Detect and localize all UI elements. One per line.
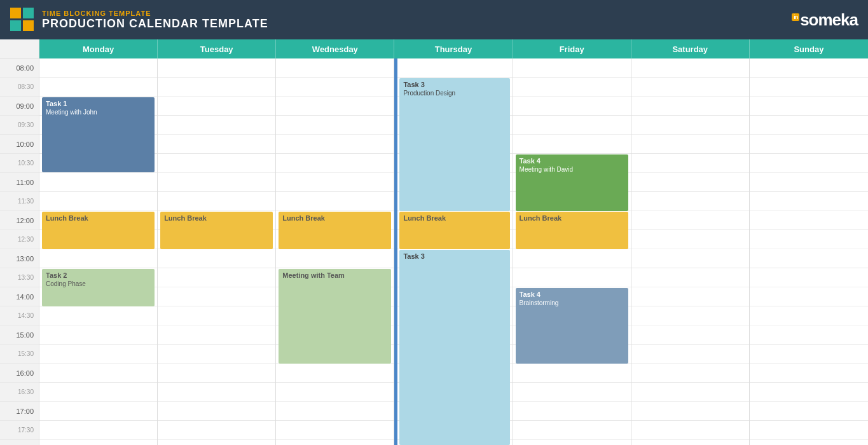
day-col-friday: Task 4 Meeting with David Lunch Break Ta… [513,58,631,445]
event-subtitle: Meeting with John [46,109,151,116]
event-title: Lunch Break [520,214,624,222]
day-header-thursday: Thursday [394,39,513,58]
time-slot-1430: 14:30 [0,306,39,325]
event-title: Lunch Break [46,214,151,222]
event-subtitle: Meeting with David [520,166,624,173]
day-col-monday: Task 1 Meeting with John Lunch Break Tas… [39,58,158,445]
day-col-saturday [631,58,750,445]
event-subtitle: Production Design [403,90,506,97]
event-title: Task 2 [46,271,151,279]
thursday-strip [394,58,397,445]
event-wednesday-meeting: Meeting with Team [279,269,391,364]
header-subtitle: TIME BLOCKING TEMPLATE [42,10,268,17]
day-header-tuesday: Tuesday [158,39,276,58]
time-slot-1300: 13:00 [0,249,39,268]
brand-logo: insomeka [792,10,858,30]
header-left: TIME BLOCKING TEMPLATE PRODUCTION CALEND… [10,8,268,32]
calendar-body: Task 1 Meeting with John Lunch Break Tas… [39,58,868,445]
svg-rect-2 [10,20,21,31]
event-thursday-task3-bottom: Task 3 [399,250,509,445]
event-subtitle: Coding Phase [46,280,151,287]
event-monday-task1: Task 1 Meeting with John [42,97,155,172]
time-column: 08:00 08:30 09:00 09:30 10:00 10:30 11:0… [0,39,39,445]
time-slot-1330: 13:30 [0,268,39,287]
event-title: Task 3 [403,252,506,260]
event-friday-task4-bottom: Task 4 Brainstorming [516,288,628,364]
event-thursday-lunch: Lunch Break [399,212,509,249]
event-title: Lunch Break [282,214,387,222]
event-title: Task 4 [520,157,624,165]
days-grid: Monday Tuesday Wednesday Thursday Friday… [39,39,868,445]
day-header-wednesday: Wednesday [276,39,394,58]
event-thursday-task3-top: Task 3 Production Design [399,78,509,211]
time-slot-1200: 12:00 [0,211,39,230]
day-header-friday: Friday [513,39,631,58]
time-slot-0930: 09:30 [0,116,39,135]
time-slot-1630: 16:30 [0,383,39,402]
logo-icon [10,8,34,32]
day-col-thursday: Task 3 Production Design Lunch Break Tas… [394,58,513,445]
time-slot-1030: 10:30 [0,154,39,173]
time-slot-1230: 12:30 [0,230,39,249]
event-title: Lunch Break [403,214,506,222]
day-header-monday: Monday [39,39,158,58]
time-slot-0800: 08:00 [0,58,39,78]
day-col-wednesday: Lunch Break Meeting with Team [276,58,394,445]
days-header: Monday Tuesday Wednesday Thursday Friday… [39,39,868,58]
event-tuesday-lunch: Lunch Break [160,212,273,249]
svg-rect-3 [23,20,34,31]
day-header-saturday: Saturday [631,39,750,58]
time-slot-1730: 17:30 [0,421,39,440]
time-slot-1700: 17:00 [0,402,39,421]
svg-rect-1 [23,8,34,18]
time-slot-0900: 09:00 [0,97,39,116]
time-slot-1100: 11:00 [0,173,39,192]
event-title: Meeting with Team [282,271,387,279]
day-header-sunday: Sunday [750,39,868,58]
event-title: Lunch Break [164,214,269,222]
time-slot-1130: 11:30 [0,192,39,211]
header-titles: TIME BLOCKING TEMPLATE PRODUCTION CALEND… [42,10,268,31]
time-slot-1400: 14:00 [0,287,39,306]
header-title: PRODUCTION CALENDAR TEMPLATE [42,17,268,31]
event-title: Task 4 [520,291,624,298]
time-slot-1530: 15:30 [0,345,39,364]
day-col-sunday [750,58,868,445]
time-header [0,39,39,58]
app-header: TIME BLOCKING TEMPLATE PRODUCTION CALEND… [0,0,868,39]
event-title: Task 1 [46,100,151,107]
event-subtitle: Brainstorming [520,299,624,306]
time-slot-1000: 10:00 [0,135,39,154]
event-friday-task4-top: Task 4 Meeting with David [516,154,628,211]
time-slot-0830: 08:30 [0,78,39,97]
day-col-tuesday: Lunch Break [158,58,276,445]
calendar-wrap: 08:00 08:30 09:00 09:30 10:00 10:30 11:0… [0,39,868,445]
time-slot-1600: 16:00 [0,364,39,383]
time-slot-1500: 15:00 [0,325,39,345]
event-friday-lunch: Lunch Break [516,212,628,249]
event-monday-task2: Task 2 Coding Phase [42,269,155,306]
svg-rect-0 [10,8,21,18]
event-wednesday-lunch: Lunch Break [279,212,391,249]
event-title: Task 3 [403,81,506,88]
event-monday-lunch: Lunch Break [42,212,155,249]
